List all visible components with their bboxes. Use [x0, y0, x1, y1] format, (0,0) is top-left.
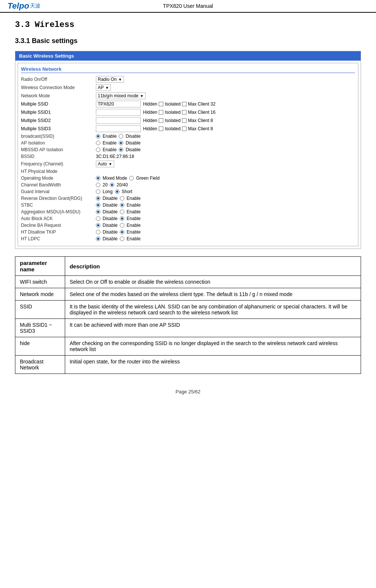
ht-ldpc-enable-radio[interactable]	[120, 237, 124, 241]
stbc-disable-radio[interactable]	[96, 203, 100, 207]
broadcast-enable-radio[interactable]	[96, 134, 100, 138]
ht-mode-row: HT Physical Mode	[21, 169, 355, 174]
decline-enable-radio[interactable]	[120, 223, 124, 228]
connection-mode-control[interactable]: AP ▼	[96, 84, 355, 91]
group-title: Wireless Network	[21, 66, 355, 73]
decline-disable-radio[interactable]	[96, 223, 100, 228]
table-row: Multi SSID1 ~ SSID3 It can be achieved w…	[15, 319, 361, 337]
decline-disable-label: Disable	[103, 223, 118, 228]
decline-label: Decline BA Request	[21, 223, 96, 228]
operating-mixed-radio[interactable]	[96, 176, 100, 180]
amsdu-radio-group: Disable Enable	[96, 209, 140, 214]
ssid-3-hidden-checkbox[interactable]	[159, 127, 163, 131]
auto-block-enable-radio[interactable]	[120, 216, 124, 221]
ht-ldpc-row: HT LDPC Disable Enable	[21, 236, 355, 241]
ht-mode-label: HT Physical Mode	[21, 169, 96, 174]
page-footer: Page 25/62	[0, 385, 376, 398]
mbssid-enable-radio[interactable]	[96, 147, 100, 152]
guard-interval-row: Guard Interval Long Short	[21, 189, 355, 194]
radio-onoff-control[interactable]: Radio On ▼	[96, 76, 355, 83]
operating-green-radio[interactable]	[129, 176, 134, 180]
ht-tkip-disable-label: Disable	[103, 229, 118, 235]
table-cell-desc-3: It can be achieved with more than one AP…	[65, 319, 361, 337]
ht-tkip-label: HT Disallow TKIP	[21, 229, 96, 235]
mbssid-row: MBSSID AP Isolation Enable Disable	[21, 147, 355, 152]
ht-tkip-disable-radio[interactable]	[96, 230, 100, 234]
ssid-2-isolated-text: Isolated	[165, 118, 181, 123]
rdg-disable-label: Disable	[103, 196, 118, 201]
ssid-0-hidden-checkbox[interactable]	[159, 102, 163, 106]
broadcast-disable-radio[interactable]	[119, 134, 123, 138]
auto-block-disable-radio[interactable]	[96, 216, 100, 221]
guard-long-radio[interactable]	[96, 189, 100, 194]
ht-ldpc-enable-label: Enable	[127, 236, 140, 241]
table-cell-name-5: Broadcast Network	[15, 356, 65, 374]
ht-tkip-row: HT Disallow TKIP Disable Enable	[21, 229, 355, 235]
ssid-1-isolated-text: Isolated	[165, 110, 181, 115]
mbssid-disable-radio[interactable]	[119, 147, 123, 152]
ap-isolation-enable-radio[interactable]	[96, 141, 100, 145]
ssid-2-max-client: Max Client 8	[188, 118, 213, 123]
radio-onoff-label: Radio On/Off	[21, 77, 96, 82]
ssid-1-input[interactable]	[96, 109, 141, 116]
guard-short-label: Short	[122, 189, 133, 194]
amsdu-label: Aggregation MSDU(A-MSDU)	[21, 209, 96, 214]
ssid-3-input[interactable]	[96, 125, 141, 132]
frequency-select[interactable]: Auto ▼	[96, 161, 114, 167]
mbssid-label: MBSSID AP Isolation	[21, 147, 96, 152]
ssid-1-hidden-checkbox[interactable]	[159, 110, 163, 115]
ap-isolation-disable-label: Disable	[125, 140, 140, 146]
bssid-row: BSSID 3C:D1:6E:27:86:18	[21, 154, 355, 159]
ssid-1-options: Hidden Isolated Max Client 16	[143, 110, 215, 115]
auto-block-radio-group: Disable Enable	[96, 216, 140, 221]
stbc-enable-radio[interactable]	[120, 203, 124, 207]
guard-interval-radio-group: Long Short	[96, 189, 132, 194]
network-mode-row: Network Mode 11b/g/n mixed mode ▼	[21, 92, 355, 99]
table-cell-desc-0: Select On or Off to enable or disable th…	[65, 276, 361, 288]
rdg-enable-radio[interactable]	[120, 196, 124, 201]
ssid-2-input[interactable]	[96, 117, 141, 124]
radio-onoff-select[interactable]: Radio On ▼	[96, 76, 124, 83]
ssid-2-label: Multiple SSID2	[21, 118, 96, 123]
auto-block-label: Auto Block ACK	[21, 216, 96, 221]
amsdu-row: Aggregation MSDU(A-MSDU) Disable Enable	[21, 209, 355, 214]
ssid-1-isolated-checkbox[interactable]	[182, 110, 187, 115]
table-row: hide After checking on the corresponding…	[15, 337, 361, 356]
ssid-0-max-client: Max Client 32	[188, 101, 215, 107]
ap-isolation-row: AP Isolation Enable Disable	[21, 140, 355, 146]
rdg-disable-radio[interactable]	[96, 196, 100, 201]
radio-onoff-row: Radio On/Off Radio On ▼	[21, 76, 355, 83]
ssid-2-isolated-checkbox[interactable]	[182, 118, 187, 123]
table-cell-name-0: WIFI switch	[15, 276, 65, 288]
ap-isolation-disable-radio[interactable]	[119, 141, 123, 145]
parameter-table: parameter name description WIFI switch S…	[15, 256, 361, 374]
table-header-desc: description	[65, 257, 361, 276]
guard-short-radio[interactable]	[115, 189, 119, 194]
channel-20-radio[interactable]	[96, 183, 100, 187]
header-title: TPX820 User Manual	[163, 3, 213, 9]
network-mode-control[interactable]: 11b/g/n mixed mode ▼	[96, 92, 355, 99]
ssid-0-options: Hidden Isolated Max Client 32	[143, 101, 215, 107]
ssid-0-input[interactable]	[96, 101, 141, 107]
ssid-0-isolated-checkbox[interactable]	[182, 102, 187, 106]
mbssid-radio-group: Enable Disable	[96, 147, 140, 152]
ssid-row-2: Multiple SSID2 Hidden Isolated Max Clien…	[21, 117, 355, 124]
ssid-3-isolated-checkbox[interactable]	[182, 127, 187, 131]
ssid-2-hidden-checkbox[interactable]	[159, 118, 163, 123]
network-mode-select[interactable]: 11b/g/n mixed mode ▼	[96, 92, 146, 99]
ht-tkip-enable-radio[interactable]	[120, 230, 124, 234]
channel-2040-radio[interactable]	[110, 183, 114, 187]
table-row: WIFI switch Select On or Off to enable o…	[15, 276, 361, 288]
amsdu-disable-radio[interactable]	[96, 210, 100, 214]
auto-block-row: Auto Block ACK Disable Enable	[21, 216, 355, 221]
frequency-control[interactable]: Auto ▼	[96, 161, 355, 167]
connection-mode-select[interactable]: AP ▼	[96, 84, 111, 91]
page-content: 3.3 Wireless 3.3.1 Basic settings Basic …	[0, 13, 376, 385]
amsdu-enable-radio[interactable]	[120, 210, 124, 214]
ht-ldpc-disable-label: Disable	[103, 236, 118, 241]
ssid-3-label: Multiple SSID3	[21, 126, 96, 131]
frequency-row: Frequency (Channel) Auto ▼	[21, 161, 355, 167]
ssid-1-max-client: Max Client 16	[188, 110, 215, 115]
table-cell-name-4: hide	[15, 337, 65, 356]
ht-ldpc-disable-radio[interactable]	[96, 237, 100, 241]
